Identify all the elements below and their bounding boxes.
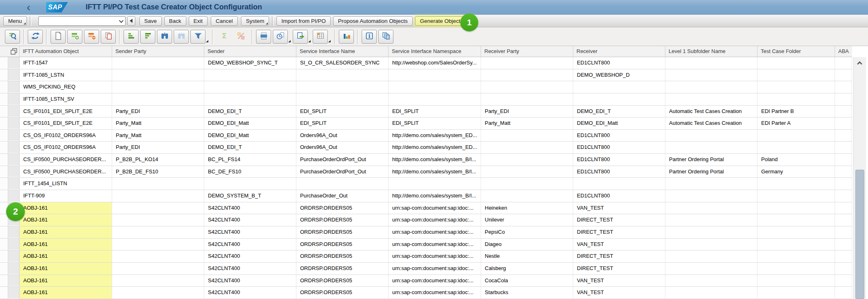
cell-level-1-subfolder-name[interactable]: Partner Ordering Portal [665,166,758,178]
print-preview-menu-icon[interactable] [288,40,291,42]
find-button[interactable] [157,30,172,44]
cell-iftt-automation-object[interactable]: CS_IF0101_EDI_SPLIT_E2E [20,106,112,117]
vertical-scrollbar[interactable] [853,57,866,299]
choose-layout-button[interactable] [313,30,328,44]
cell-sender[interactable] [204,178,296,190]
cell-receiver-party[interactable] [481,81,573,93]
insert-row-button[interactable] [67,30,82,44]
cell-service-interface-namespace[interactable] [389,178,481,190]
cell-receiver-party[interactable] [481,93,573,105]
cell-level-1-subfolder-name[interactable] [665,142,758,153]
cell-service-interface-name[interactable]: PurchaseOrderOrdPort_Out [296,166,389,178]
row-select-cell[interactable] [8,93,20,105]
cell-iftt-automation-object[interactable]: CS_OS_IF0102_ORDERS96A [20,142,112,153]
cell-receiver-party[interactable] [481,69,573,81]
cell-receiver[interactable]: DEMO_EDI_T [573,106,665,117]
cell-level-1-subfolder-name[interactable] [665,275,758,287]
row-select-cell[interactable] [8,275,20,287]
export-button[interactable] [293,30,308,44]
cell-service-interface-namespace[interactable] [389,93,481,105]
row-select-cell[interactable] [8,178,20,190]
cell-sender[interactable]: BC_PL_FS14 [204,154,296,166]
cell-sender[interactable] [204,81,296,93]
cell-service-interface-name[interactable]: ORDRSP.ORDERS05 [296,275,389,287]
cell-level-1-subfolder-name[interactable] [665,202,758,214]
row-select-cell[interactable] [8,117,20,129]
cell-receiver-party[interactable] [481,57,573,69]
cell-sender-party[interactable] [112,250,204,262]
cell-receiver-party[interactable]: Nestle [481,250,573,262]
row-select-cell[interactable] [8,142,20,153]
cell-iftt-automation-object[interactable]: AOBJ-161 [20,214,112,226]
cell-level-1-subfolder-name[interactable] [665,214,758,226]
cell-service-interface-name[interactable]: EDI_SPLIT [296,106,389,117]
cell-receiver-party[interactable]: Heineken [481,202,573,214]
cell-test-case-folder[interactable] [758,263,835,275]
cell-iftt-automation-object[interactable]: AOBJ-161 [20,275,112,287]
cell-level-1-subfolder-name[interactable] [665,250,758,262]
table-row[interactable]: AOBJ-161S42CLNT400ORDRSP.ORDERS05urn:sap… [0,214,852,226]
cell-level-1-subfolder-name[interactable] [665,263,758,275]
scrollbar-thumb[interactable] [855,170,864,299]
sort-ascending-button[interactable] [124,30,139,44]
cell-iftt-automation-object[interactable]: IFTT-909 [20,190,112,202]
cell-aba[interactable] [835,202,852,214]
cell-service-interface-name[interactable]: Orders96A_Out [296,142,389,153]
cell-service-interface-name[interactable]: ORDRSP.ORDERS05 [296,239,389,250]
table-row[interactable]: IFTT-1085_LSTNDEMO_WEBSHOP_D [0,69,852,82]
cell-test-case-folder[interactable] [758,214,835,226]
cell-service-interface-namespace[interactable]: urn:sap-com:document:sap:idoc:... [389,263,481,275]
cell-test-case-folder[interactable] [758,287,835,299]
cell-iftt-automation-object[interactable]: IFTT-1547 [20,57,112,69]
cell-iftt-automation-object[interactable]: IFTT_1454_LISTN [20,178,112,190]
cell-aba[interactable] [835,287,852,299]
cell-sender-party[interactable] [112,275,204,287]
cell-sender[interactable] [204,69,296,81]
column-header-service-interface-name[interactable]: Service Interface Name [296,46,389,57]
cell-receiver-party[interactable] [481,190,573,202]
table-row[interactable]: AOBJ-161S42CLNT400ORDRSP.ORDERS05urn:sap… [0,250,852,263]
table-row[interactable]: AOBJ-161S42CLNT400ORDRSP.ORDERS05urn:sap… [0,239,852,251]
column-header-aba[interactable]: ABA [835,46,852,57]
cell-service-interface-name[interactable]: ORDRSP.ORDERS05 [296,214,389,226]
cell-receiver[interactable]: DIRECT_TEST [573,250,665,262]
table-row[interactable]: IFTT-909DEMO_SYSTEM_B_TPurchaseOrder_Out… [0,190,852,202]
table-row[interactable]: AOBJ-161S42CLNT400ORDRSP.ORDERS05urn:sap… [0,202,852,215]
cell-service-interface-name[interactable]: ORDRSP.ORDERS05 [296,202,389,214]
cell-level-1-subfolder-name[interactable]: Automatic Test Cases Creation [665,106,758,117]
cell-service-interface-namespace[interactable]: urn:sap-com:document:sap:idoc:... [389,214,481,226]
cell-receiver[interactable]: DIRECT_TEST [573,263,665,275]
cell-test-case-folder[interactable]: Germany [758,166,835,178]
cell-sender-party[interactable]: P_B2B_PL_KO14 [112,154,204,166]
cell-receiver[interactable]: ED1CLNT800 [573,154,665,166]
menu-button[interactable]: Menu [3,16,27,26]
filter-button[interactable] [190,30,205,44]
back-chevron-icon[interactable]: ‹ [22,1,35,13]
cell-receiver[interactable] [573,93,665,105]
cell-iftt-automation-object[interactable]: CS_IF0500_PURCHASEORDER... [20,154,112,166]
cell-aba[interactable] [835,142,852,153]
cell-sender-party[interactable] [112,239,204,250]
column-header-receiver[interactable]: Receiver [573,46,665,57]
cell-receiver[interactable]: VAN_TEST [573,287,665,299]
cell-aba[interactable] [835,250,852,262]
command-input[interactable] [39,17,125,25]
cell-service-interface-name[interactable]: PurchaseOrderOrdPort_Out [296,154,389,166]
cell-receiver-party[interactable]: Starbucks [481,287,573,299]
cell-sender[interactable]: S42CLNT400 [204,263,296,275]
cell-service-interface-name[interactable] [296,81,389,93]
cell-sender-party[interactable] [112,226,204,238]
cell-service-interface-name[interactable]: EDI_SPLIT [296,117,389,129]
cancel-button[interactable]: Cancel [211,16,238,26]
cell-service-interface-namespace[interactable]: urn:sap-com:document:sap:idoc:... [389,250,481,262]
cell-level-1-subfolder-name[interactable]: Automatic Test Cases Creation [665,117,758,129]
row-select-cell[interactable] [8,226,20,238]
cell-level-1-subfolder-name[interactable] [665,57,758,69]
cell-test-case-folder[interactable] [758,93,835,105]
cell-service-interface-namespace[interactable]: http://demo.com/sales/system_B/I... [389,154,481,166]
cell-iftt-automation-object[interactable]: AOBJ-161 [20,263,112,275]
column-header-iftt-automation-object[interactable]: IFTT Automation Object [20,46,112,57]
filter-menu-icon[interactable] [206,40,208,42]
cell-service-interface-namespace[interactable]: urn:sap-com:document:sap:idoc:... [389,202,481,214]
cell-sender[interactable] [204,93,296,105]
